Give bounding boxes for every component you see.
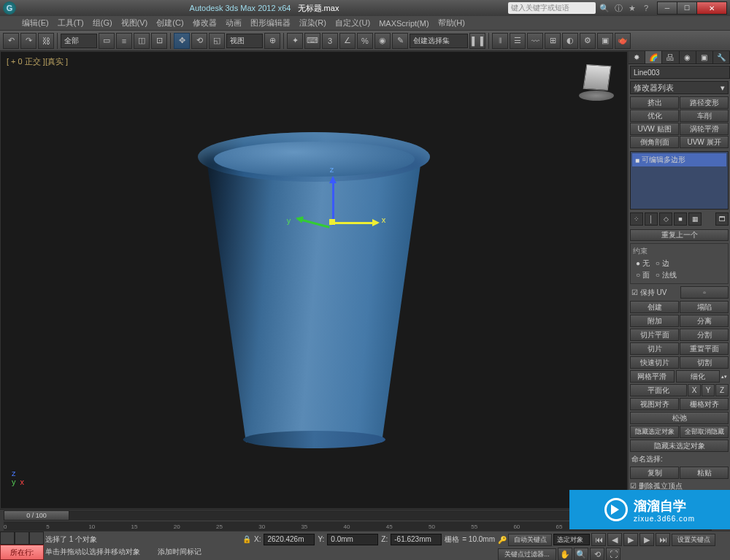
radio-none[interactable]: 无 xyxy=(636,258,650,269)
btn-tessellate[interactable]: 细化 xyxy=(676,370,721,383)
star-icon[interactable]: ★ xyxy=(626,2,638,14)
percentsnap-icon[interactable]: % xyxy=(357,33,373,49)
rotate-icon[interactable]: ⟲ xyxy=(191,33,207,49)
script-btn2[interactable] xyxy=(15,532,29,545)
viewcube[interactable] xyxy=(570,65,614,105)
redo-icon[interactable]: ↷ xyxy=(20,33,36,49)
anglesnap-icon[interactable]: ∠ xyxy=(339,33,356,49)
nav-zoom-icon[interactable]: 🔍 xyxy=(574,548,588,560)
undo-icon[interactable]: ↶ xyxy=(3,33,19,49)
script-btn3[interactable] xyxy=(29,532,44,545)
select-region-icon[interactable]: ◫ xyxy=(134,33,150,49)
refcoord-dropdown[interactable]: 视图 xyxy=(226,34,263,48)
btn-resetplane[interactable]: 重置平面 xyxy=(680,342,729,355)
window-crossing-icon[interactable]: ⊡ xyxy=(151,33,167,49)
nav-orbit-icon[interactable]: ⟲ xyxy=(590,548,604,560)
tab-motion[interactable]: ◉ xyxy=(680,51,696,64)
btn-planar-y[interactable]: Y xyxy=(702,384,715,396)
play-next-icon[interactable]: ▶ xyxy=(639,533,654,546)
menu-grapheditors[interactable]: 图形编辑器 xyxy=(246,16,295,30)
btn-makeplanar[interactable]: 平面化 xyxy=(630,384,687,396)
editnamedselset-icon[interactable]: ✎ xyxy=(392,33,408,49)
btn-paste[interactable]: 粘贴 xyxy=(680,467,729,479)
spinner-icon[interactable]: ▴▾ xyxy=(721,374,729,379)
play-end-icon[interactable]: ⏭ xyxy=(656,533,670,546)
btn-planar-z[interactable]: Z xyxy=(715,384,729,396)
time-handle[interactable]: 0 / 100 xyxy=(4,510,69,521)
key-icon[interactable]: 🔑 xyxy=(498,536,507,544)
btn-pathdeform[interactable]: 路径变形 xyxy=(680,96,729,109)
btn-relax[interactable]: 松弛 xyxy=(630,412,729,424)
help-icon[interactable]: 🔍 xyxy=(599,2,610,14)
play-icon[interactable]: ▶ xyxy=(623,533,638,546)
btn-autokey[interactable]: 自动关键点 xyxy=(508,534,552,546)
check-preserve-uv[interactable]: 保持 UV xyxy=(630,286,680,299)
nav-pan-icon[interactable]: ✋ xyxy=(558,548,572,560)
btn-collapse[interactable]: 塌陷 xyxy=(680,301,729,313)
btn-split[interactable]: 分割 xyxy=(680,329,729,341)
object-name-input[interactable] xyxy=(630,66,730,79)
snap-icon[interactable]: 3 xyxy=(322,33,338,49)
stack-config-icon[interactable]: 🗔 xyxy=(715,212,729,226)
app-icon[interactable]: G xyxy=(3,1,16,15)
question-icon[interactable]: ? xyxy=(640,2,652,14)
menu-edit[interactable]: 编辑(E) xyxy=(18,16,53,30)
coord-z[interactable]: -61.623mm xyxy=(391,534,442,545)
tab-utilities[interactable]: 🔧 xyxy=(713,51,730,64)
preserve-uv-settings[interactable]: ▫ xyxy=(680,286,729,299)
nav-max-icon[interactable]: ⛶ xyxy=(606,548,620,560)
tab-create[interactable]: ✸ xyxy=(629,51,645,64)
btn-create[interactable]: 创建 xyxy=(630,301,679,313)
move-icon[interactable]: ✥ xyxy=(174,33,190,49)
curveeditor-icon[interactable]: 〰 xyxy=(527,33,543,49)
goto-line[interactable]: 所在行: xyxy=(0,545,44,560)
namedselset-dropdown[interactable]: 创建选择集 xyxy=(410,34,468,48)
menu-help[interactable]: 帮助(H) xyxy=(434,16,469,30)
stack-item[interactable]: 可编辑多边形 xyxy=(632,153,726,166)
btn-unhideall[interactable]: 全部取消隐藏 xyxy=(680,426,729,438)
btn-uvwunwrap[interactable]: UVW 展开 xyxy=(680,136,729,148)
btn-extrude[interactable]: 挤出 xyxy=(630,96,679,109)
select-name-icon[interactable]: ≡ xyxy=(116,33,132,49)
btn-cut[interactable]: 切割 xyxy=(680,356,729,369)
script-btn1[interactable] xyxy=(0,532,15,545)
viewport-label[interactable]: [ + 0 正交 ][真实 ] xyxy=(7,56,68,67)
keymode-dropdown[interactable]: 选定对象 xyxy=(553,534,590,545)
subobj-element-icon[interactable]: ▦ xyxy=(688,212,702,226)
manipulate-icon[interactable]: ✦ xyxy=(287,33,303,49)
btn-slice[interactable]: 切片 xyxy=(630,342,679,355)
btn-uvwmap[interactable]: UVW 贴图 xyxy=(630,123,679,135)
keymode-icon[interactable]: ⌨ xyxy=(304,33,320,49)
align-icon[interactable]: ⫴ xyxy=(492,33,508,49)
materialeditor-icon[interactable]: ◐ xyxy=(562,33,578,49)
menu-animation[interactable]: 动画 xyxy=(221,16,246,30)
radio-face[interactable]: 面 xyxy=(636,270,650,280)
rollout-repeat[interactable]: 重复上一个 xyxy=(630,229,729,241)
render-icon[interactable]: 🫖 xyxy=(615,33,631,49)
btn-msmooth[interactable]: 网格平滑 xyxy=(630,370,675,383)
renderframe-icon[interactable]: ▣ xyxy=(597,33,613,49)
subobj-vertex-icon[interactable]: ⁘ xyxy=(630,212,643,226)
lock-icon[interactable]: 🔒 xyxy=(242,535,251,543)
subobj-poly-icon[interactable]: ■ xyxy=(674,212,687,226)
info-icon[interactable]: ⓘ xyxy=(612,2,624,14)
btn-detach[interactable]: 分离 xyxy=(680,315,729,327)
btn-setkey[interactable]: 设置关键点 xyxy=(672,534,715,546)
menu-modifiers[interactable]: 修改器 xyxy=(188,16,221,30)
radio-normal[interactable]: 法线 xyxy=(656,270,677,280)
modifier-stack[interactable]: 可编辑多边形 xyxy=(630,151,729,210)
btn-lathe[interactable]: 车削 xyxy=(680,110,729,122)
btn-sliceplane[interactable]: 切片平面 xyxy=(630,329,679,341)
mirror-icon[interactable]: ▌▐ xyxy=(469,33,485,49)
search-input[interactable]: 键入关键字或短语 xyxy=(508,2,596,14)
btn-planar-x[interactable]: X xyxy=(688,384,701,396)
menu-rendering[interactable]: 渲染(R) xyxy=(295,16,331,30)
btn-attach[interactable]: 附加 xyxy=(630,315,679,327)
menu-tools[interactable]: 工具(T) xyxy=(53,16,88,30)
btn-keyfilter[interactable]: 关键点过滤器... xyxy=(498,548,556,561)
play-prev-icon[interactable]: ◀ xyxy=(607,533,622,546)
timetag-text[interactable]: 添加时间标记 xyxy=(158,547,201,557)
tab-display[interactable]: ▣ xyxy=(696,51,713,64)
menu-maxscript[interactable]: MAXScript(M) xyxy=(374,18,433,29)
tab-hierarchy[interactable]: 品 xyxy=(662,51,679,64)
